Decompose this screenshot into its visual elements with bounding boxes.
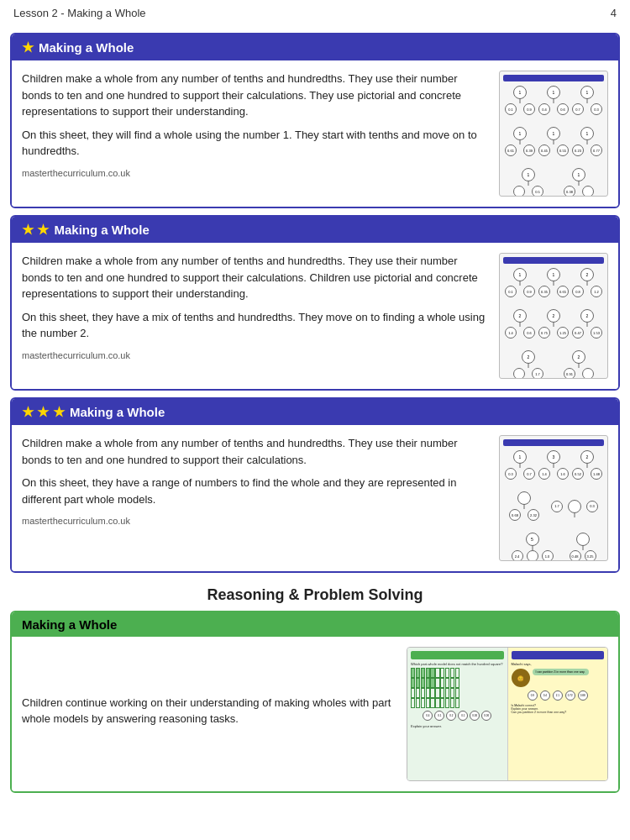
card-1-text: Children make a whole from any number of… [22, 71, 489, 197]
card-1-header: ★ Making a Whole [12, 34, 618, 60]
card-1-preview: 1 0.1 0.9 1 0.4 0.6 1 [499, 71, 608, 197]
rps-right-panel: Malachi says, 😊 I can partition 3 in mor… [508, 648, 608, 780]
page-number: 4 [611, 7, 617, 19]
card-2: ★ ★ Making a Whole Children make a whole… [10, 215, 620, 391]
card-3-text1: Children make a whole from any number of… [22, 435, 489, 468]
card-2-stars: ★ ★ [22, 222, 49, 238]
reasoning-card-header: Making a Whole [12, 612, 618, 637]
page-header: Lesson 2 - Making a Whole 4 [0, 0, 630, 26]
card-1-website: masterthecurriculum.co.uk [22, 166, 489, 181]
card-3-body: Children make a whole from any number of… [12, 425, 618, 571]
card-3-text2: On this sheet, they have a range of numb… [22, 475, 489, 507]
card-2-title: Making a Whole [54, 223, 149, 237]
card-1-text2: On this sheet, they will find a whole us… [22, 127, 489, 160]
card-1-title: Making a Whole [39, 40, 134, 55]
reasoning-card-body: Children continue working on their under… [12, 637, 618, 791]
reasoning-card-preview: Which part-whole model does not match th… [407, 647, 608, 781]
card-2-text2: On this sheet, they have a mix of tenths… [22, 309, 489, 342]
card-3-preview: 1 0.3 0.7 3 1.4 1.6 2 [499, 435, 608, 561]
card-2-body: Children make a whole from any number of… [12, 243, 618, 389]
card-2-preview: 1 0.1 0.9 1 0.35 0.65 2 [499, 253, 608, 379]
card-1-text1: Children make a whole from any number of… [22, 71, 489, 120]
card-3-text: Children make a whole from any number of… [22, 435, 489, 561]
card-1-body: Children make a whole from any number of… [12, 60, 618, 207]
card-3: ★ ★ ★ Making a Whole Children make a who… [10, 397, 620, 573]
card-1: ★ Making a Whole Children make a whole f… [10, 33, 620, 208]
card-3-stars: ★ ★ ★ [22, 404, 65, 420]
reasoning-card-title: Making a Whole [22, 617, 117, 632]
card-2-text: Children make a whole from any number of… [22, 253, 489, 379]
card-2-website: masterthecurriculum.co.uk [22, 349, 489, 363]
card-3-title: Making a Whole [70, 405, 165, 419]
lesson-title: Lesson 2 - Making a Whole [13, 7, 146, 19]
card-3-website: masterthecurriculum.co.uk [22, 514, 489, 528]
rps-left-panel: Which part-whole model does not match th… [407, 648, 508, 780]
reasoning-card: Making a Whole Children continue working… [10, 611, 620, 793]
reasoning-card-text: Children continue working on their under… [22, 695, 396, 734]
card-1-stars: ★ [22, 39, 34, 55]
reasoning-card-text1: Children continue working on their under… [22, 695, 396, 727]
card-2-header: ★ ★ Making a Whole [12, 217, 618, 243]
card-2-text1: Children make a whole from any number of… [22, 253, 489, 302]
card-3-header: ★ ★ ★ Making a Whole [12, 399, 618, 425]
reasoning-title: Reasoning & Problem Solving [0, 586, 630, 604]
